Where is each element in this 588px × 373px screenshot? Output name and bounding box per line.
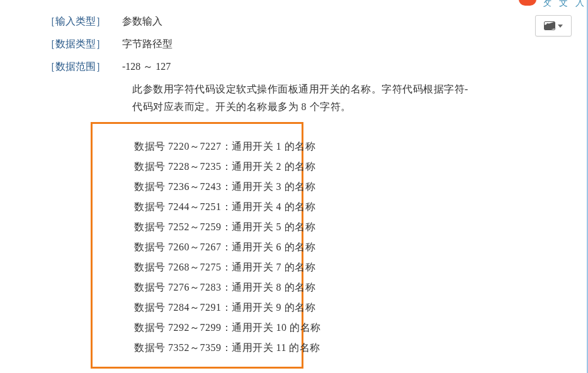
toolbar-glyph-1: 攵 — [543, 0, 551, 9]
input-type-label: ［输入类型］ — [45, 13, 106, 30]
image-dropdown-button[interactable] — [535, 15, 572, 36]
data-type-label: ［数据类型］ — [45, 35, 106, 53]
data-row: 数据号 7236～7243：通用开关 3 的名称 — [134, 177, 302, 197]
image-icon — [544, 21, 555, 30]
highlighted-data-box: 数据号 7220～7227：通用开关 1 的名称 数据号 7228～7235：通… — [91, 122, 303, 369]
meta-data-range: ［数据范围］ -128 ～ 127 — [45, 58, 543, 75]
data-row: 数据号 7220～7227：通用开关 1 的名称 — [134, 136, 302, 157]
data-row: 数据号 7268～7275：通用开关 7 的名称 — [134, 257, 302, 277]
description-line-2: 代码对应表而定。开关的名称最多为 8 个字符。 — [132, 98, 543, 116]
description-block: 此参数用字符代码设定软式操作面板通用开关的名称。字符代码根据字符- 代码对应表而… — [132, 81, 543, 116]
data-row: 数据号 7260～7267：通用开关 6 的名称 — [134, 237, 302, 257]
data-range-label: ［数据范围］ — [45, 58, 106, 75]
toolbar-glyph-3: 入 — [575, 0, 584, 9]
document-content: ［输入类型］ 参数输入 ［数据类型］ 字节路径型 ［数据范围］ -128 ～ 1… — [0, 0, 588, 369]
toolbar-glyph-2: 文 — [559, 0, 568, 9]
meta-input-type: ［输入类型］ 参数输入 — [45, 13, 543, 30]
data-row: 数据号 7276～7283：通用开关 8 的名称 — [134, 277, 302, 298]
top-toolbar-fragment: 攵 文 入 — [519, 0, 588, 10]
data-row: 数据号 7252～7259：通用开关 5 的名称 — [134, 217, 302, 237]
app-logo-fragment — [519, 0, 536, 6]
data-row: 数据号 7292～7299：通用开关 10 的名称 — [134, 318, 302, 338]
chevron-down-icon — [558, 25, 563, 28]
data-row: 数据号 7284～7291：通用开关 9 的名称 — [134, 298, 302, 318]
data-row: 数据号 7244～7251：通用开关 4 的名称 — [134, 197, 302, 217]
data-row: 数据号 7352～7359：通用开关 11 的名称 — [134, 338, 302, 358]
data-type-value: 字节路径型 — [122, 35, 172, 53]
meta-data-type: ［数据类型］ 字节路径型 — [45, 35, 543, 53]
description-line-1: 此参数用字符代码设定软式操作面板通用开关的名称。字符代码根据字符- — [132, 81, 543, 98]
data-row: 数据号 7228～7235：通用开关 2 的名称 — [134, 157, 302, 177]
data-range-value: -128 ～ 127 — [122, 58, 171, 75]
input-type-value: 参数输入 — [122, 13, 162, 30]
